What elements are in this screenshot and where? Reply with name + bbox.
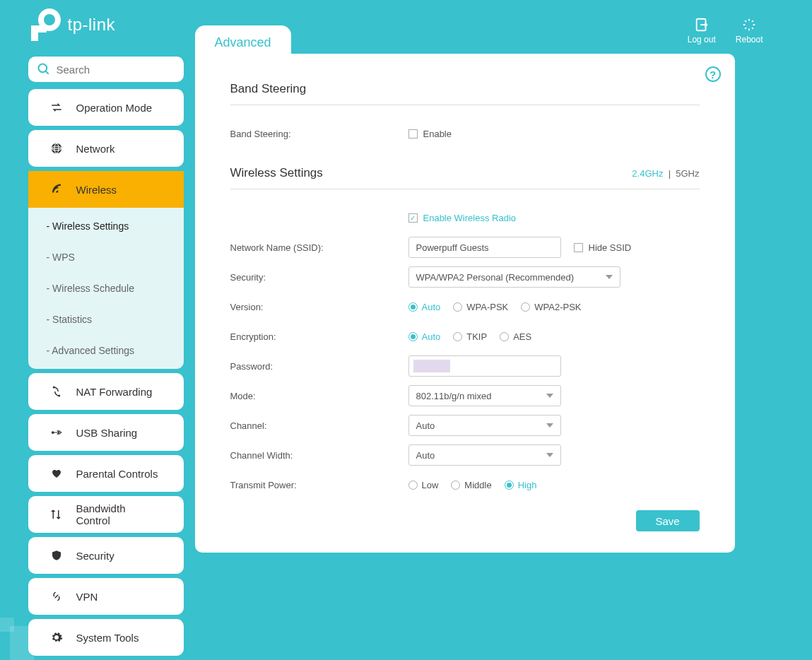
svg-point-9 xyxy=(53,387,54,388)
shield-icon xyxy=(49,549,64,562)
logout-button[interactable]: Log out xyxy=(688,17,716,45)
band-steering-enable-checkbox[interactable]: Enable xyxy=(408,129,452,139)
hide-ssid-checkbox[interactable]: Hide SSID xyxy=(574,242,632,253)
radio-label: AES xyxy=(513,331,531,342)
checkbox-label: Enable Wireless Radio xyxy=(423,213,517,223)
version-wpa2-psk-radio[interactable]: WPA2-PSK xyxy=(521,302,581,312)
channel-width-select[interactable]: Auto xyxy=(408,444,561,466)
nav-label: NAT Forwarding xyxy=(76,386,153,398)
globe-icon xyxy=(49,142,64,155)
dropdown-icon xyxy=(606,275,613,279)
reboot-button[interactable]: Reboot xyxy=(736,17,763,45)
decoration xyxy=(0,603,42,660)
wifi-icon xyxy=(49,183,64,196)
channel-select[interactable]: Auto xyxy=(408,415,561,436)
radio-icon xyxy=(453,302,462,312)
checkbox-icon xyxy=(408,129,418,139)
radio-label: Middle xyxy=(464,480,491,490)
radio-icon xyxy=(453,332,462,341)
checkbox-label: Enable xyxy=(423,129,452,139)
radio-label: TKIP xyxy=(466,331,487,342)
enable-wireless-radio-checkbox[interactable]: Enable Wireless Radio xyxy=(408,213,517,223)
password-input[interactable] xyxy=(408,355,561,377)
save-button[interactable]: Save xyxy=(636,510,700,531)
encryption-label: Encryption: xyxy=(230,331,408,342)
band-24ghz[interactable]: 2.4GHz xyxy=(632,168,663,179)
radio-label: WPA-PSK xyxy=(466,302,508,312)
txpower-high-radio[interactable]: High xyxy=(505,480,537,490)
version-wpa-psk-radio[interactable]: WPA-PSK xyxy=(453,302,508,312)
select-value: Auto xyxy=(416,420,435,431)
nav-parental-controls[interactable]: Parental Controls xyxy=(28,455,184,492)
select-value: 802.11b/g/n mixed xyxy=(416,391,492,401)
brand-logo: tp-link xyxy=(28,7,116,42)
radio-label: Low xyxy=(422,480,439,490)
nav-vpn[interactable]: VPN xyxy=(28,578,184,615)
section-title-text: Band Steering xyxy=(230,82,307,96)
nav-network[interactable]: Network xyxy=(28,130,184,167)
security-select[interactable]: WPA/WPA2 Personal (Recommended) xyxy=(408,266,620,288)
search-box[interactable] xyxy=(28,57,184,82)
tab-advanced[interactable]: Advanced xyxy=(195,25,291,57)
dropdown-icon xyxy=(546,394,553,398)
nat-icon xyxy=(49,385,64,398)
brand-text: tp-link xyxy=(68,15,116,35)
radio-icon xyxy=(505,481,514,490)
wireless-submenu: - Wireless Settings - WPS - Wireless Sch… xyxy=(28,208,184,369)
help-button[interactable]: ? xyxy=(705,66,721,82)
nav-label: Parental Controls xyxy=(76,468,158,480)
search-icon xyxy=(37,62,51,76)
checkbox-icon xyxy=(574,243,583,252)
subnav-statistics[interactable]: - Statistics xyxy=(28,304,184,335)
channel-width-label: Channel Width: xyxy=(230,450,408,461)
section-title-text: Wireless Settings xyxy=(230,166,323,180)
nav-label: VPN xyxy=(76,591,98,603)
heart-icon xyxy=(49,467,64,480)
mode-label: Mode: xyxy=(230,391,408,401)
logout-label: Log out xyxy=(688,35,716,45)
encryption-auto-radio[interactable]: Auto xyxy=(408,331,441,342)
radio-icon xyxy=(451,481,460,490)
subnav-advanced-settings[interactable]: - Advanced Settings xyxy=(28,335,184,366)
nav-security[interactable]: Security xyxy=(28,537,184,574)
nav-bandwidth-control[interactable]: Bandwidth Control xyxy=(28,496,184,533)
reboot-icon xyxy=(741,17,757,33)
nav-label: Network xyxy=(76,143,115,155)
transmit-power-label: Transmit Power: xyxy=(230,480,408,490)
txpower-middle-radio[interactable]: Middle xyxy=(451,480,491,490)
band-steering-section-title: Band Steering xyxy=(230,82,700,105)
ssid-label: Network Name (SSID): xyxy=(230,242,408,253)
radio-label: Auto xyxy=(422,302,441,312)
mode-select[interactable]: 802.11b/g/n mixed xyxy=(408,385,561,406)
checkbox-icon xyxy=(408,213,418,223)
encryption-tkip-radio[interactable]: TKIP xyxy=(453,331,487,342)
nav-operation-mode[interactable]: Operation Mode xyxy=(28,89,184,126)
radio-label: High xyxy=(518,480,537,490)
nav-nat-forwarding[interactable]: NAT Forwarding xyxy=(28,373,184,410)
nav-usb-sharing[interactable]: USB Sharing xyxy=(28,414,184,451)
radio-label: WPA2-PSK xyxy=(534,302,581,312)
select-value: WPA/WPA2 Personal (Recommended) xyxy=(416,272,574,283)
svg-rect-2 xyxy=(31,25,47,33)
ssid-input[interactable] xyxy=(408,237,561,258)
subnav-wps[interactable]: - WPS xyxy=(28,242,184,273)
subnav-wireless-settings[interactable]: - Wireless Settings xyxy=(28,211,184,242)
version-label: Version: xyxy=(230,302,408,312)
nav-wireless[interactable]: Wireless xyxy=(28,171,184,208)
encryption-aes-radio[interactable]: AES xyxy=(500,331,531,342)
bandwidth-icon xyxy=(49,508,64,521)
tab-bar: Advanced xyxy=(195,25,291,57)
logout-icon xyxy=(694,17,710,33)
password-mask xyxy=(413,360,450,372)
checkbox-label: Hide SSID xyxy=(589,242,632,253)
band-5ghz[interactable]: 5GHz xyxy=(676,168,699,179)
version-auto-radio[interactable]: Auto xyxy=(408,302,441,312)
subnav-wireless-schedule[interactable]: - Wireless Schedule xyxy=(28,273,184,304)
txpower-low-radio[interactable]: Low xyxy=(408,480,439,490)
security-label: Security: xyxy=(230,272,408,283)
link-icon xyxy=(49,590,64,603)
search-input[interactable] xyxy=(57,64,175,76)
radio-icon xyxy=(408,481,418,490)
nav-label: Security xyxy=(76,550,114,562)
nav-system-tools[interactable]: System Tools xyxy=(28,619,184,656)
